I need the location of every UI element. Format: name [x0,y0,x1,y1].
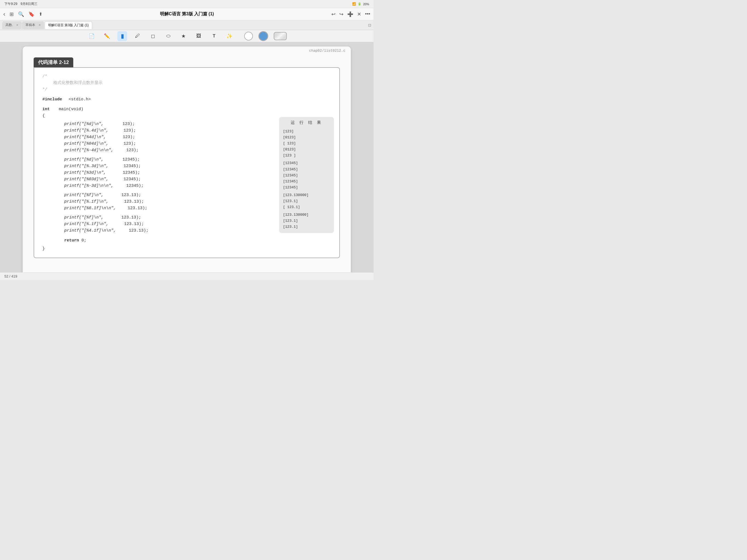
shapes-tool[interactable]: ✨ [225,31,234,41]
result-title: 运 行 结 果 [283,120,330,126]
redo-button[interactable]: ↪ [339,11,343,17]
undo-button[interactable]: ↩ [331,11,335,17]
grid-button[interactable]: ⊞ [9,11,14,17]
battery-percent: 20% [363,2,369,6]
result-group-4: [123.130000] [123.1] [123.1] [283,212,330,230]
color-gray[interactable] [274,32,287,40]
page-title: 明解C语言 第3版 入门篇 (1) [160,11,214,17]
tab-gaoshu-label: 高数. [5,23,13,27]
result-line: [0123] [283,134,330,141]
back-button[interactable]: ‹ [3,11,5,18]
result-line: [123.130000] [283,192,330,198]
status-date: 9月8日周三 [21,2,37,6]
eraser-tool[interactable]: ◻ [148,31,158,41]
result-group-1: [123] [0123] [ 123] [0123] [123 ] [283,128,330,159]
page-number: 52 / 419 [4,274,17,278]
result-line: [12345] [283,167,330,173]
main-sig-line: int main(void) [42,106,331,113]
drawing-toolbar: 📄 ✏️ ▮ 🖊 ◻ ⬭ ★ 🖼 T ✨ [0,30,374,42]
tab-mingjiec[interactable]: 明解C语言 第3版 入门篇 (1) [45,21,92,29]
result-group-3: [123.130000] [123.1] [ 123.1] [283,192,330,210]
result-line: [123] [283,128,330,134]
result-box: 运 行 结 果 [123] [0123] [ 123] [0123] [123 … [279,117,334,233]
tab-caogaoben-close[interactable]: ✕ [38,24,41,27]
highlighter-tool[interactable]: ▮ [117,31,127,41]
status-bar: 下午9:29 9月8日周三 📶 🔋 20% [0,0,374,8]
comment-open: /* [42,73,331,80]
addpage-button[interactable]: ➕ [347,11,353,17]
code-box: 运 行 结 果 [123] [0123] [ 123] [0123] [123 … [34,67,340,258]
result-line: [123.1] [283,218,330,224]
result-line: [0123] [283,147,330,153]
result-line: [123.1] [283,198,330,204]
tab-bar: 高数. ✕ 草稿本 ✕ 明解C语言 第3版 入门篇 (1) ⊡ [0,20,374,30]
close-button[interactable]: ✕ [357,11,361,17]
pen-tool[interactable]: 🖊 [133,31,143,41]
tab-gaoshu-close[interactable]: ✕ [16,24,18,27]
result-line: [12345] [283,179,330,184]
tab-mingjiec-label: 明解C语言 第3版 入门篇 (1) [48,23,88,28]
pencil-tool[interactable]: ✏️ [102,31,112,41]
main-content: chap02/list0212.c 代码清单 2-12 运 行 结 果 [123… [0,42,374,272]
result-line: [12345] [283,173,330,179]
toolbar-right: ↩ ↪ ➕ ✕ ••• [331,11,370,17]
toolbar-left: ‹ ⊞ 🔍 🔖 ⬆ [3,11,42,18]
close-brace-line: } [42,246,331,252]
comment-body: 格式化整数和浮点数并显示 [53,80,331,86]
tab-caogaoben[interactable]: 草稿本 ✕ [22,21,44,29]
page-path: chap02/list0212.c [309,49,345,53]
status-time: 下午9:29 [4,2,17,6]
text-tool[interactable]: T [209,31,219,41]
color-blue[interactable] [258,31,268,41]
result-line: [123.130000] [283,212,330,218]
listing-title: 代码清单 2-12 [34,57,73,67]
result-line: [123.1] [283,224,330,230]
result-line: [ 123] [283,141,330,147]
result-content: [123] [0123] [ 123] [0123] [123 ] [12345… [283,128,330,230]
tab-caogaoben-label: 草稿本 [25,23,35,27]
top-toolbar: ‹ ⊞ 🔍 🔖 ⬆ 明解C语言 第3版 入门篇 (1) ↩ ↪ ➕ ✕ ••• [0,8,374,20]
image-tool[interactable]: 🖼 [194,31,204,41]
star-tool[interactable]: ★ [179,31,188,41]
result-line: [ 123.1] [283,204,330,210]
return-line: return 0; [64,237,331,244]
result-line: [12345] [283,184,330,190]
result-group-2: [12345] [12345] [12345] [12345] [12345] [283,160,330,190]
result-line: [123 ] [283,153,330,159]
result-line: [12345] [283,160,330,166]
share-button[interactable]: ⬆ [39,11,42,17]
bookmark-button[interactable]: 🔖 [28,11,34,17]
status-right: 📶 🔋 20% [352,2,369,6]
expand-icon[interactable]: ⊡ [368,23,371,27]
status-left: 下午9:29 9月8日周三 [4,2,37,6]
bottom-bar: 52 / 419 [0,272,374,280]
comment-close: */ [42,86,331,93]
more-button[interactable]: ••• [365,11,370,17]
battery-icon: 🔋 [358,2,361,6]
wifi-icon: 📶 [352,2,356,6]
color-white[interactable] [244,32,253,41]
page-tool[interactable]: 📄 [87,31,97,41]
book-page: chap02/list0212.c 代码清单 2-12 运 行 结 果 [123… [23,47,351,272]
search-button[interactable]: 🔍 [18,11,24,17]
include-line: #include <stdio.h> [42,96,331,103]
tab-gaoshu[interactable]: 高数. ✕ [2,21,22,29]
lasso-tool[interactable]: ⬭ [163,31,173,41]
